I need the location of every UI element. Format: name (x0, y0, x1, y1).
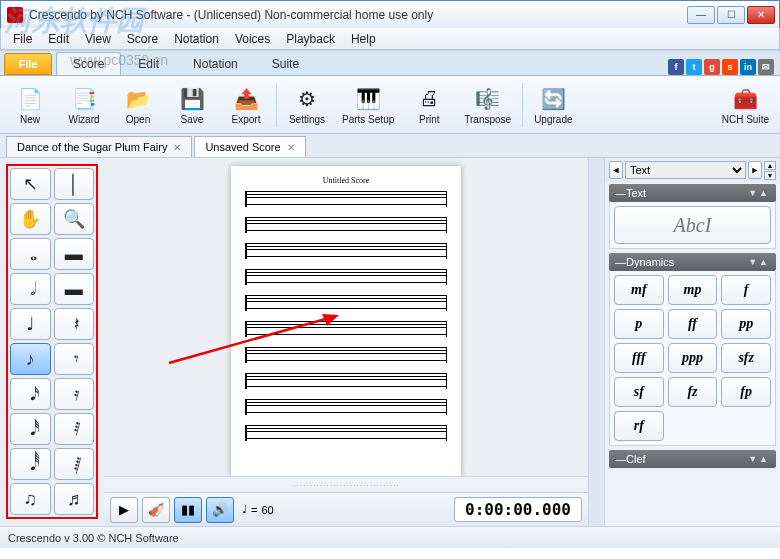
zoom-tool[interactable]: 🔍 (54, 203, 95, 235)
clef-section-header[interactable]: — Clef▼▲ (609, 450, 776, 468)
sixteenth-rest[interactable]: 𝄿 (54, 378, 95, 410)
upgrade-button[interactable]: 🔄Upgrade (527, 79, 579, 131)
menu-file[interactable]: File (5, 30, 40, 48)
maximize-button[interactable]: ☐ (717, 6, 745, 24)
sixtyfourth-note[interactable]: 𝅘𝅥𝅱 (10, 448, 51, 480)
export-button[interactable]: 📤Export (220, 79, 272, 131)
parts-setup-button[interactable]: 🎹Parts Setup (335, 79, 401, 131)
thirtysecond-note[interactable]: 𝅘𝅥𝅰 (10, 413, 51, 445)
dynamic-mp[interactable]: mp (668, 275, 718, 305)
staff-line[interactable] (245, 269, 447, 285)
new-button[interactable]: 📄New (4, 79, 56, 131)
menu-score[interactable]: Score (119, 30, 166, 48)
quarter-rest[interactable]: 𝄽 (54, 308, 95, 340)
instruments-button[interactable]: 🎻 (142, 497, 170, 523)
close-button[interactable]: ✕ (747, 6, 775, 24)
doc-tab[interactable]: Unsaved Score✕ (194, 136, 305, 157)
thirtysecond-rest[interactable]: 𝅀 (54, 413, 95, 445)
panel-selector[interactable]: Text (625, 161, 746, 179)
wizard-button[interactable]: 📑Wizard (58, 79, 110, 131)
linkedin-icon[interactable]: in (740, 59, 756, 75)
file-button[interactable]: File (4, 53, 52, 75)
print-button[interactable]: 🖨Print (403, 79, 455, 131)
dynamic-f[interactable]: f (721, 275, 771, 305)
dynamic-ppp[interactable]: ppp (668, 343, 718, 373)
staff-line[interactable] (245, 191, 447, 207)
menu-help[interactable]: Help (343, 30, 384, 48)
ribbon-tab-edit[interactable]: Edit (121, 52, 176, 75)
metronome-button[interactable]: ▮▮ (174, 497, 202, 523)
sixteenth-note[interactable]: 𝅘𝅥𝅯 (10, 378, 51, 410)
hand-tool[interactable]: ✋ (10, 203, 51, 235)
staff-line[interactable] (245, 399, 447, 415)
reddit-icon[interactable]: s (722, 59, 738, 75)
dynamic-p[interactable]: p (614, 309, 664, 339)
mail-icon[interactable]: ✉ (758, 59, 774, 75)
text-section-header[interactable]: — Text▼▲ (609, 184, 776, 202)
tempo-value: 60 (261, 504, 273, 516)
ribbon-tab-notation[interactable]: Notation (176, 52, 255, 75)
dynamic-fff[interactable]: fff (614, 343, 664, 373)
close-tab-icon[interactable]: ✕ (287, 142, 295, 153)
eighth-rest[interactable]: 𝄾 (54, 343, 95, 375)
ribbon-tab-score[interactable]: Score (56, 52, 121, 75)
dynamic-fz[interactable]: fz (668, 377, 718, 407)
staff-line[interactable] (245, 347, 447, 363)
menu-view[interactable]: View (77, 30, 119, 48)
settings-button[interactable]: ⚙Settings (281, 79, 333, 131)
transpose-button[interactable]: 🎼Transpose (457, 79, 518, 131)
barline-tool[interactable]: │ (54, 168, 95, 200)
vertical-scrollbar[interactable] (588, 158, 604, 526)
ribbon-tab-suite[interactable]: Suite (255, 52, 316, 75)
nch-suite-icon: 🧰 (731, 85, 759, 113)
save-button[interactable]: 💾Save (166, 79, 218, 131)
open-button[interactable]: 📂Open (112, 79, 164, 131)
nch-suite-button[interactable]: 🧰NCH Suite (715, 79, 776, 131)
gplus-icon[interactable]: g (704, 59, 720, 75)
eighth-note[interactable]: ♪ (10, 343, 51, 375)
half-rest[interactable]: ▬ (54, 273, 95, 305)
dynamic-mf[interactable]: mf (614, 275, 664, 305)
menu-notation[interactable]: Notation (166, 30, 227, 48)
text-tool-button[interactable]: AbcI (614, 206, 771, 244)
panel-next[interactable]: ► (748, 161, 762, 179)
staff-line[interactable] (245, 295, 447, 311)
selection-tool[interactable]: ↖ (10, 168, 51, 200)
score-canvas[interactable]: Untitled Score (104, 158, 588, 476)
title-bar: Crescendo by NCH Software - (Unlicensed)… (0, 0, 780, 28)
close-tab-icon[interactable]: ✕ (173, 142, 181, 153)
sixtyfourth-rest[interactable]: 𝅁 (54, 448, 95, 480)
dynamic-fp[interactable]: fp (721, 377, 771, 407)
menu-voices[interactable]: Voices (227, 30, 278, 48)
staff-line[interactable] (245, 321, 447, 337)
menu-edit[interactable]: Edit (40, 30, 77, 48)
dynamic-pp[interactable]: pp (721, 309, 771, 339)
sound-button[interactable]: 🔊 (206, 497, 234, 523)
whole-note[interactable]: 𝅝 (10, 238, 51, 270)
twitter-icon[interactable]: t (686, 59, 702, 75)
staff-line[interactable] (245, 243, 447, 259)
doc-tab[interactable]: Dance of the Sugar Plum Fairy✕ (6, 136, 192, 157)
play-button[interactable]: ▶ (110, 497, 138, 523)
timecode: 0:00:00.000 (454, 497, 582, 522)
staff-line[interactable] (245, 425, 447, 441)
dynamic-ff[interactable]: ff (668, 309, 718, 339)
staff-line[interactable] (245, 217, 447, 233)
panel-prev[interactable]: ◄ (609, 161, 623, 179)
beam-eighth[interactable]: ♫ (10, 483, 51, 515)
panel-down[interactable]: ▼ (764, 171, 776, 180)
minimize-button[interactable]: — (687, 6, 715, 24)
beam-sixteenth[interactable]: ♬ (54, 483, 95, 515)
dynamic-sfz[interactable]: sfz (721, 343, 771, 373)
facebook-icon[interactable]: f (668, 59, 684, 75)
panel-up[interactable]: ▲ (764, 161, 776, 170)
quarter-note[interactable]: ♩ (10, 308, 51, 340)
half-note[interactable]: 𝅗𝅥 (10, 273, 51, 305)
menu-playback[interactable]: Playback (278, 30, 343, 48)
whole-rest[interactable]: ▬ (54, 238, 95, 270)
dynamics-section-header[interactable]: — Dynamics▼▲ (609, 253, 776, 271)
dynamic-rf[interactable]: rf (614, 411, 664, 441)
tempo-display[interactable]: ♩ = 60 (242, 503, 274, 516)
dynamic-sf[interactable]: sf (614, 377, 664, 407)
staff-line[interactable] (245, 373, 447, 389)
